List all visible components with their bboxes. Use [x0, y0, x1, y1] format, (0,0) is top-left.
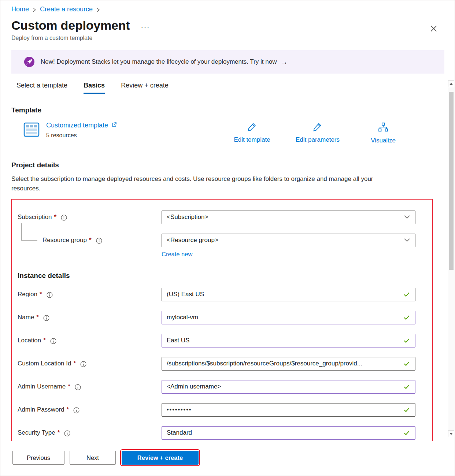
project-details-heading: Project details [11, 161, 455, 169]
next-button[interactable]: Next [70, 451, 116, 465]
custom-deployment-page: Home Create a resource Custom deployment… [0, 0, 455, 476]
info-icon[interactable] [47, 292, 53, 298]
region-row: Region * (US) East US [18, 288, 415, 301]
custom-location-id-row: Custom Location Id * /subscriptions/$sub… [18, 357, 415, 371]
breadcrumb-home[interactable]: Home [11, 5, 29, 13]
required-marker: * [58, 429, 60, 436]
info-icon[interactable] [50, 338, 56, 344]
checkmark-icon [403, 383, 410, 390]
required-marker: * [73, 360, 76, 367]
admin-password-input[interactable]: ••••••••• [162, 403, 415, 417]
tab-bar: Select a template Basics Review + create [11, 82, 455, 94]
info-icon[interactable] [96, 238, 102, 244]
admin-username-row: Admin Username * <Admin username> [18, 380, 415, 394]
region-label: Region * [18, 291, 162, 298]
pencil-icon [247, 122, 257, 134]
subscription-dropdown[interactable]: <Subscription> [162, 211, 415, 224]
info-icon[interactable] [43, 315, 49, 321]
pencil-icon [312, 122, 323, 134]
previous-button[interactable]: Previous [12, 451, 64, 465]
tab-basics[interactable]: Basics [84, 82, 105, 94]
template-row: Customized template 5 resources Edit tem… [11, 122, 455, 144]
info-icon[interactable] [61, 215, 67, 221]
edit-template-button[interactable]: Edit template [232, 122, 272, 144]
admin-password-label: Admin Password * [18, 406, 162, 413]
admin-username-label: Admin Username * [18, 383, 162, 390]
chevron-down-icon [404, 215, 410, 219]
visualize-button[interactable]: Visualize [363, 122, 403, 144]
vertical-scrollbar[interactable] [448, 80, 454, 437]
security-type-label: Security Type * [18, 429, 162, 436]
page-title: Custom deployment [11, 18, 130, 33]
name-label: Name * [18, 314, 162, 321]
checkmark-icon [403, 360, 410, 367]
custom-location-id-label: Custom Location Id * [18, 360, 162, 367]
rocket-icon [24, 56, 35, 67]
hierarchy-icon [378, 122, 389, 134]
security-type-row: Security Type * Standard [18, 426, 415, 440]
edit-parameters-button[interactable]: Edit parameters [296, 122, 340, 144]
tab-review-create[interactable]: Review + create [121, 82, 169, 94]
info-icon[interactable] [64, 430, 70, 436]
checkmark-icon [403, 337, 410, 344]
instance-details-heading: Instance details [18, 272, 415, 280]
resource-group-dropdown[interactable]: <Resource group> [162, 234, 415, 247]
required-marker: * [36, 314, 39, 321]
admin-password-row: Admin Password * ••••••••• [18, 403, 415, 417]
info-icon[interactable] [80, 361, 86, 367]
breadcrumb-create-a-resource[interactable]: Create a resource [40, 5, 93, 13]
name-input[interactable]: mylocal-vm [162, 311, 415, 324]
footer-bar: Previous Next Review + create [0, 441, 455, 476]
info-icon[interactable] [73, 407, 79, 413]
banner-text: New! Deployment Stacks let you manage th… [41, 58, 277, 66]
tab-select-a-template[interactable]: Select a template [16, 82, 67, 94]
security-type-input[interactable]: Standard [162, 426, 415, 440]
required-marker: * [54, 213, 57, 221]
template-section-heading: Template [11, 106, 455, 114]
resource-group-row: Resource group * <Resource group> [18, 234, 415, 247]
region-input[interactable]: (US) East US [162, 288, 415, 301]
project-details-description: Select the subscription to manage deploy… [11, 174, 402, 194]
template-info: Customized template 5 resources [46, 122, 117, 139]
deployment-stacks-banner[interactable]: New! Deployment Stacks let you manage th… [11, 50, 444, 74]
basics-form-highlighted-area: Subscription * <Subscription> Resource g [11, 199, 433, 450]
required-marker: * [89, 237, 92, 244]
location-label: Location * [18, 337, 162, 344]
subscription-label: Subscription * [18, 213, 162, 221]
chevron-right-icon [32, 7, 37, 12]
template-icon [23, 122, 40, 139]
required-marker: * [40, 291, 42, 298]
info-icon[interactable] [75, 384, 81, 390]
customized-template-link[interactable]: Customized template [46, 122, 117, 129]
template-resource-count: 5 resources [46, 132, 117, 139]
title-row: Custom deployment ··· [11, 18, 455, 33]
arrow-right-icon: → [280, 58, 288, 66]
scroll-up-arrow[interactable] [448, 80, 454, 87]
create-new-row: Create new [162, 251, 415, 258]
external-link-icon [111, 122, 117, 129]
resource-group-label: Resource group * [18, 237, 162, 244]
breadcrumb: Home Create a resource [11, 5, 455, 13]
close-icon[interactable] [429, 24, 439, 34]
scroll-thumb[interactable] [449, 92, 454, 270]
required-marker: * [43, 337, 46, 344]
subscription-row: Subscription * <Subscription> [18, 211, 415, 224]
chevron-right-icon [96, 7, 100, 12]
custom-location-id-input[interactable]: /subscriptions/$subscription/resourceGro… [162, 357, 415, 371]
review-create-button[interactable]: Review + create [122, 451, 199, 465]
location-row: Location * East US [18, 334, 415, 347]
scroll-down-arrow[interactable] [448, 430, 454, 437]
chevron-down-icon [404, 238, 410, 242]
required-marker: * [67, 406, 69, 413]
location-input[interactable]: East US [162, 334, 415, 347]
page-subtitle: Deploy from a custom template [11, 35, 455, 41]
name-row: Name * mylocal-vm [18, 311, 415, 324]
checkmark-icon [403, 291, 410, 298]
admin-username-input[interactable]: <Admin username> [162, 380, 415, 394]
checkmark-icon [403, 314, 410, 321]
create-new-link[interactable]: Create new [162, 251, 192, 257]
more-menu-button[interactable]: ··· [141, 23, 150, 31]
required-marker: * [68, 383, 70, 390]
checkmark-icon [403, 406, 410, 413]
main-content: Home Create a resource Custom deployment… [0, 0, 455, 450]
